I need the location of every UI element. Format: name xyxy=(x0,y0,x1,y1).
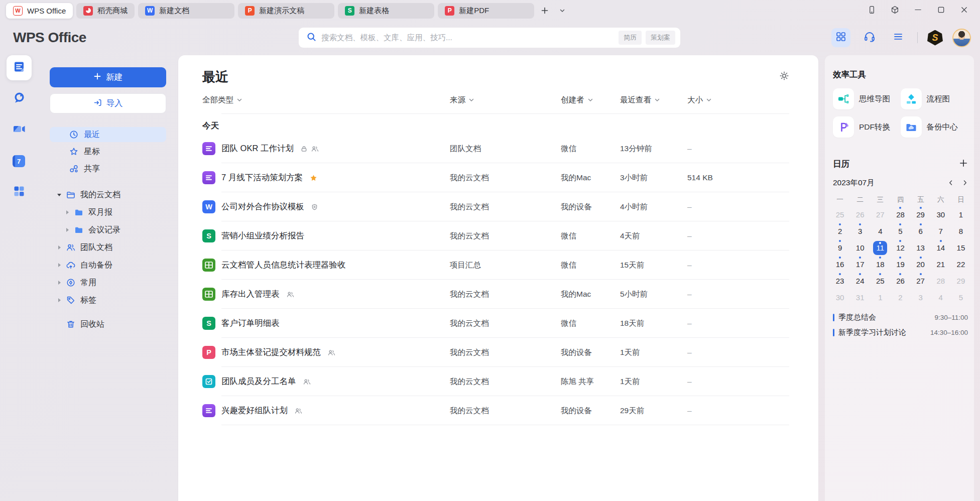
workspace-box-button[interactable] xyxy=(890,6,900,16)
calendar-day[interactable]: 28 xyxy=(931,273,951,289)
mobile-view-button[interactable] xyxy=(867,6,877,16)
tab-pdf[interactable]: P 新建PDF xyxy=(438,3,534,19)
calendar-day[interactable]: 9 xyxy=(830,239,850,256)
calendar-next-button[interactable] xyxy=(962,179,968,188)
search-tag-resume[interactable]: 简历 xyxy=(619,31,642,45)
caret-icon[interactable] xyxy=(57,245,62,250)
calendar-day[interactable]: 4 xyxy=(870,223,890,239)
sidebar-item-star[interactable]: 星标 xyxy=(50,144,166,159)
calendar-day[interactable]: 31 xyxy=(850,289,870,306)
maximize-button[interactable] xyxy=(936,6,946,16)
calendar-day[interactable]: 13 xyxy=(911,239,931,256)
file-row[interactable]: P 市场主体登记提交材料规范 我的云文档 我的设备 1天前 – xyxy=(202,338,789,367)
calendar-day[interactable]: 7 xyxy=(931,223,951,239)
tab-list-chevron[interactable] xyxy=(555,4,569,18)
rail-item-documents[interactable] xyxy=(7,55,32,80)
calendar-day[interactable]: 21 xyxy=(931,256,951,273)
tab-spreadsheet[interactable]: S 新建表格 xyxy=(338,3,434,19)
sidebar-item-share[interactable]: 共享 xyxy=(50,161,166,176)
calendar-day[interactable]: 6 xyxy=(911,223,931,239)
calendar-event[interactable]: 季度总结会 9:30–11:00 xyxy=(833,310,968,325)
caret-icon[interactable] xyxy=(57,192,62,197)
caret-icon[interactable] xyxy=(57,263,62,268)
calendar-day[interactable]: 25 xyxy=(870,273,890,289)
file-row[interactable]: 兴趣爱好组队计划 我的云文档 我的设备 29天前 – xyxy=(202,396,789,425)
calendar-day[interactable]: 5 xyxy=(890,223,910,239)
calendar-day[interactable]: 26 xyxy=(890,273,910,289)
tool-mindmap[interactable]: 思维导图 xyxy=(833,88,901,109)
calendar-day[interactable]: 18 xyxy=(870,256,890,273)
calendar-day[interactable]: 3 xyxy=(911,289,931,306)
new-tab-button[interactable] xyxy=(538,4,552,18)
calendar-day[interactable]: 17 xyxy=(850,256,870,273)
calendar-day[interactable]: 16 xyxy=(830,256,850,273)
close-button[interactable] xyxy=(959,6,969,16)
caret-icon[interactable] xyxy=(65,227,70,232)
calendar-day[interactable]: 15 xyxy=(951,239,971,256)
file-row[interactable]: 7 月线下活动策划方案 我的云文档 我的Mac 3小时前 514 KB xyxy=(202,163,789,192)
file-row[interactable]: 团队 OKR 工作计划 团队文档 微信 13分钟前 – xyxy=(202,134,789,163)
calendar-day[interactable]: 2 xyxy=(890,289,910,306)
calendar-day[interactable]: 27 xyxy=(911,273,931,289)
filter-dropdown[interactable]: 大小 xyxy=(687,95,711,105)
caret-icon[interactable] xyxy=(65,210,70,215)
minimize-button[interactable] xyxy=(913,6,923,16)
tool-flowchart[interactable]: 流程图 xyxy=(901,88,968,109)
search-input[interactable] xyxy=(321,33,619,42)
tree-item-tag[interactable]: 标签 xyxy=(50,293,166,308)
calendar-event[interactable]: 新季度学习计划讨论 14:30–16:00 xyxy=(833,325,968,340)
add-event-button[interactable] xyxy=(959,159,968,170)
membership-badge[interactable]: S xyxy=(927,30,943,46)
file-row[interactable]: 库存出入管理表 我的云文档 我的Mac 5小时前 – xyxy=(202,280,789,309)
rail-item-meeting[interactable] xyxy=(7,117,32,143)
import-button[interactable]: 导入 xyxy=(50,93,166,113)
calendar-day[interactable]: 14 xyxy=(931,239,951,256)
main-menu-button[interactable] xyxy=(889,28,908,47)
tab-docer[interactable]: 稻壳商城 xyxy=(76,3,135,19)
list-settings-button[interactable] xyxy=(779,71,789,83)
calendar-day[interactable]: 27 xyxy=(870,206,890,223)
file-row[interactable]: S 营销小组业绩分析报告 我的云文档 微信 4天前 – xyxy=(202,221,789,250)
tool-backup-center[interactable]: 备份中心 xyxy=(901,116,968,138)
rail-item-apps[interactable] xyxy=(7,180,32,205)
calendar-day[interactable]: 5 xyxy=(951,289,971,306)
calendar-day[interactable]: 24 xyxy=(850,273,870,289)
tab-presentation[interactable]: P 新建演示文稿 xyxy=(238,3,334,19)
tree-item-folder-outline[interactable]: 我的云文档 xyxy=(50,187,166,202)
rail-item-messages[interactable] xyxy=(7,86,32,111)
file-row[interactable]: S 客户订单明细表 我的云文档 微信 18天前 – xyxy=(202,309,789,338)
new-document-button[interactable]: 新建 xyxy=(50,67,166,87)
search-tag-plan[interactable]: 策划案 xyxy=(646,31,675,45)
caret-icon[interactable] xyxy=(57,280,62,285)
calendar-day[interactable]: 4 xyxy=(931,289,951,306)
tree-item-folder-filled[interactable]: 双月报 xyxy=(50,205,166,220)
filter-dropdown[interactable]: 全部类型 xyxy=(202,95,242,105)
tab-wps[interactable]: W WPS Office xyxy=(6,3,73,19)
user-avatar[interactable] xyxy=(952,29,971,47)
calendar-prev-button[interactable] xyxy=(948,179,954,188)
tool-pdf-convert[interactable]: PDF转换 xyxy=(833,116,901,138)
tree-item-team[interactable]: 团队文档 xyxy=(50,240,166,255)
calendar-day[interactable]: 20 xyxy=(911,256,931,273)
tab-writer[interactable]: W 新建文档 xyxy=(138,3,234,19)
workspace-grid-button[interactable] xyxy=(831,28,850,47)
file-row[interactable]: W 公司对外合作协议模板 我的云文档 我的设备 4小时前 – xyxy=(202,192,789,221)
caret-icon[interactable] xyxy=(57,298,62,303)
calendar-day[interactable]: 30 xyxy=(830,289,850,306)
calendar-day[interactable]: 10 xyxy=(850,239,870,256)
calendar-day-selected[interactable]: 11 xyxy=(870,239,890,256)
filter-dropdown[interactable]: 最近查看 xyxy=(620,95,660,105)
calendar-day[interactable]: 1 xyxy=(870,289,890,306)
calendar-day[interactable]: 1 xyxy=(951,206,971,223)
calendar-day[interactable]: 26 xyxy=(850,206,870,223)
tree-item-cloud-backup[interactable]: 自动备份 xyxy=(50,258,166,273)
calendar-day[interactable]: 3 xyxy=(850,223,870,239)
file-row[interactable]: 云文档管人员信息统计表理器验收 项目汇总 微信 15天前 – xyxy=(202,250,789,280)
file-row[interactable]: 团队成员及分工名单 我的云文档 陈旭 共享 1天前 – xyxy=(202,367,789,396)
calendar-day[interactable]: 22 xyxy=(951,256,971,273)
filter-dropdown[interactable]: 创建者 xyxy=(561,95,593,105)
sidebar-item-trash[interactable]: 回收站 xyxy=(50,317,166,332)
calendar-day[interactable]: 28 xyxy=(890,206,910,223)
calendar-day[interactable]: 29 xyxy=(951,273,971,289)
filter-dropdown[interactable]: 来源 xyxy=(450,95,474,105)
